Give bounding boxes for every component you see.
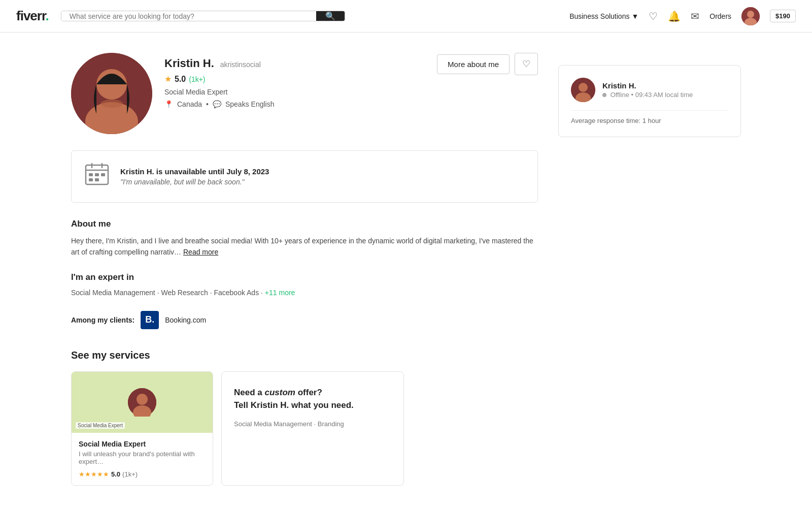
avatar-image xyxy=(741,7,760,25)
more-tags-link[interactable]: +11 more xyxy=(265,289,295,297)
service-stars: ★★★★★ xyxy=(79,470,109,478)
expert-title: I'm an expert in xyxy=(71,272,538,282)
read-more-link[interactable]: Read more xyxy=(183,248,218,256)
header: fiverr. 🔍 Business Solutions ▼ ♡ 🔔 ✉ Ord… xyxy=(0,0,812,33)
chat-icon: 💬 xyxy=(213,100,221,108)
rating-value: 5.0 xyxy=(175,75,186,84)
service-card[interactable]: Social Media Expert Social Media Expert … xyxy=(71,371,213,486)
logo-text: fiverr xyxy=(16,8,46,23)
about-section: About me Hey there, I'm Kristin, and I l… xyxy=(71,219,538,258)
header-right: Business Solutions ▼ ♡ 🔔 ✉ Orders $190 xyxy=(569,7,796,25)
location-icon: 📍 xyxy=(164,100,173,108)
meta-separator: • xyxy=(206,100,209,108)
profile-title: Social Media Expert xyxy=(164,88,425,96)
business-solutions-label: Business Solutions xyxy=(569,12,629,20)
custom-offer-subtitle: Tell Kristin H. what you need. xyxy=(234,400,354,410)
logo[interactable]: fiverr. xyxy=(16,8,49,24)
custom-offer-suffix: offer? xyxy=(295,388,322,397)
profile-language: Speaks English xyxy=(225,100,275,108)
custom-offer-title: Need a custom offer? Tell Kristin H. wha… xyxy=(234,386,391,412)
rating-count[interactable]: (1k+) xyxy=(189,75,205,83)
svg-point-17 xyxy=(137,394,148,405)
user-avatar[interactable] xyxy=(741,7,760,25)
chevron-down-icon: ▼ xyxy=(631,12,638,20)
messages-icon[interactable]: ✉ xyxy=(691,10,699,22)
custom-offer-prefix: Need a xyxy=(234,388,264,397)
seller-status-text: Offline xyxy=(611,91,629,99)
profile-info: Kristin H. akristinsocial ★ 5.0 (1k+) So… xyxy=(164,53,425,108)
search-input[interactable] xyxy=(61,11,316,21)
logo-dot: . xyxy=(46,8,49,23)
service-rating-value: 5.0 xyxy=(111,470,120,478)
service-thumb-avatar xyxy=(128,388,156,417)
profile-rating: ★ 5.0 (1k+) xyxy=(164,74,425,84)
right-column: Kristin H. Offline • 09:43 AM local time… xyxy=(558,53,741,486)
star-icon: ★ xyxy=(164,74,172,84)
expert-tag-list: Social Media Management · Web Research ·… xyxy=(71,289,265,297)
service-name: Social Media Expert xyxy=(79,440,206,448)
seller-time-separator: • xyxy=(631,91,635,99)
service-thumb-bg: Social Media Expert xyxy=(72,372,213,433)
svg-point-1 xyxy=(747,11,754,18)
svg-rect-15 xyxy=(95,178,99,181)
service-avatar-svg xyxy=(128,388,156,417)
svg-rect-12 xyxy=(95,173,99,176)
balance-badge[interactable]: $190 xyxy=(770,10,796,22)
service-rating-count: (1k+) xyxy=(122,470,138,478)
client-name: Booking.com xyxy=(165,316,206,324)
notifications-icon[interactable]: 🔔 xyxy=(668,10,681,22)
main-content: Kristin H. akristinsocial ★ 5.0 (1k+) So… xyxy=(51,33,761,506)
favorites-icon[interactable]: ♡ xyxy=(649,10,658,22)
unavailable-message: "I'm unavailable, but will be back soon.… xyxy=(120,178,269,186)
search-button[interactable]: 🔍 xyxy=(316,11,345,21)
profile-meta: 📍 Canada • 💬 Speaks English xyxy=(164,100,425,108)
orders-link[interactable]: Orders xyxy=(709,12,731,20)
svg-point-20 xyxy=(579,83,588,92)
about-text: Hey there, I'm Kristin, and I live and b… xyxy=(71,235,538,258)
seller-card-header: Kristin H. Offline • 09:43 AM local time xyxy=(571,78,728,102)
booking-logo: B. xyxy=(141,311,159,329)
unavailable-title: Kristin H. is unavailable until July 8, … xyxy=(120,167,269,176)
search-bar: 🔍 xyxy=(61,11,345,21)
offline-dot xyxy=(602,93,606,97)
svg-rect-11 xyxy=(89,173,93,176)
save-profile-button[interactable]: ♡ xyxy=(515,53,538,75)
profile-avatar xyxy=(71,53,152,134)
service-info: Social Media Expert I will unleash your … xyxy=(72,433,213,485)
expert-tags: Social Media Management · Web Research ·… xyxy=(71,289,538,297)
services-title: See my services xyxy=(71,350,538,361)
clients-section: Among my clients: B. Booking.com xyxy=(71,311,538,329)
profile-name: Kristin H. xyxy=(164,57,214,70)
seller-name: Kristin H. xyxy=(602,81,693,90)
seller-info: Kristin H. Offline • 09:43 AM local time xyxy=(602,81,693,99)
seller-local-time: 09:43 AM local time xyxy=(635,91,693,99)
clients-label: Among my clients: xyxy=(71,316,134,324)
profile-avatar-image xyxy=(71,53,152,134)
service-thumbnail: Social Media Expert xyxy=(72,372,213,433)
service-desc: I will unleash your brand's potential wi… xyxy=(79,450,206,465)
unavailable-notice: Kristin H. is unavailable until July 8, … xyxy=(71,150,538,203)
left-column: Kristin H. akristinsocial ★ 5.0 (1k+) So… xyxy=(71,53,538,486)
about-title: About me xyxy=(71,219,538,229)
calendar-svg xyxy=(84,161,110,187)
more-about-button[interactable]: More about me xyxy=(437,54,510,74)
seller-status: Offline • 09:43 AM local time xyxy=(602,91,693,99)
profile-name-row: Kristin H. akristinsocial xyxy=(164,57,425,70)
service-rating: ★★★★★ 5.0 (1k+) xyxy=(79,470,206,478)
seller-card: Kristin H. Offline • 09:43 AM local time… xyxy=(558,65,741,137)
profile-username: akristinsocial xyxy=(220,60,261,69)
profile-location: Canada xyxy=(177,100,202,108)
unavailable-text: Kristin H. is unavailable until July 8, … xyxy=(120,167,269,186)
svg-point-6 xyxy=(100,100,123,108)
services-grid: Social Media Expert Social Media Expert … xyxy=(71,371,538,486)
expert-section: I'm an expert in Social Media Management… xyxy=(71,272,538,297)
service-thumb-label: Social Media Expert xyxy=(76,422,125,429)
business-solutions-menu[interactable]: Business Solutions ▼ xyxy=(569,12,638,20)
profile-actions: More about me ♡ xyxy=(437,53,538,75)
svg-rect-14 xyxy=(89,178,93,181)
custom-offer-tags: Social Media Management · Branding xyxy=(234,420,391,428)
seller-response-time: Average response time: 1 hour xyxy=(571,110,728,124)
custom-offer-card[interactable]: Need a custom offer? Tell Kristin H. wha… xyxy=(221,371,404,486)
services-section: See my services xyxy=(71,350,538,486)
about-content: Hey there, I'm Kristin, and I live and b… xyxy=(71,237,533,256)
